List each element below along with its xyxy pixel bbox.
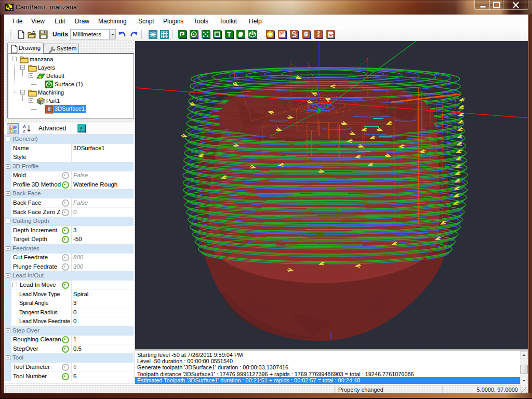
svg-text:NC: NC (329, 34, 334, 37)
svg-text:Z: Z (23, 129, 25, 133)
svg-text:?: ? (79, 126, 82, 131)
